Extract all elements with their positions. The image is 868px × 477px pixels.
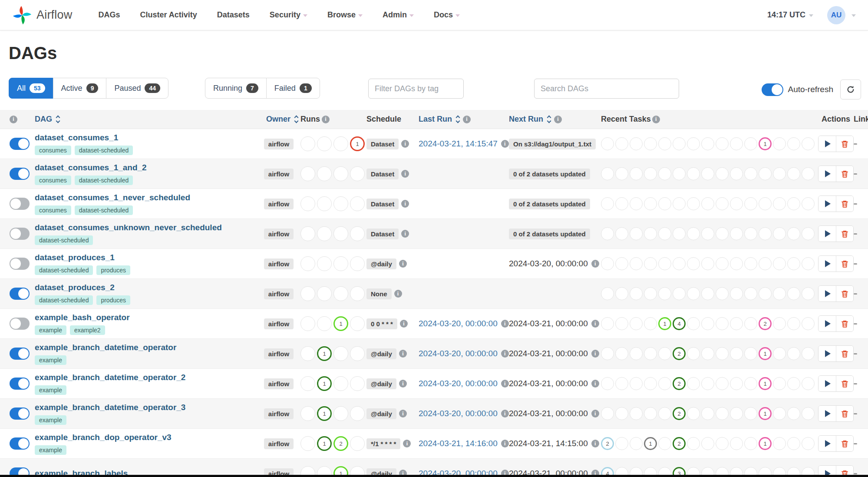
task-state-circle-empty[interactable] <box>701 137 714 150</box>
dag-tag[interactable]: consumes <box>35 146 71 155</box>
owner-badge[interactable]: airflow <box>264 199 294 209</box>
task-state-circle-empty[interactable] <box>787 197 800 210</box>
nav-item-dags[interactable]: DAGs <box>98 10 120 20</box>
task-state-circle-empty[interactable] <box>615 197 628 210</box>
dag-tag[interactable]: example <box>35 415 66 425</box>
task-state-circle-empty[interactable] <box>716 347 729 360</box>
owner-badge[interactable]: airflow <box>264 139 294 149</box>
owner-badge[interactable]: airflow <box>264 288 294 299</box>
delete-dag-button[interactable] <box>836 286 853 301</box>
task-state-circle-empty[interactable] <box>300 196 315 211</box>
task-state-circle-empty[interactable] <box>687 287 700 300</box>
task-state-circle-empty[interactable] <box>630 317 643 330</box>
task-state-circle-empty[interactable] <box>601 287 614 300</box>
dag-name-link[interactable]: dataset_consumes_1_never_scheduled <box>35 193 257 202</box>
dag-tag[interactable]: produces <box>96 265 130 275</box>
task-state-circle-empty[interactable] <box>350 316 365 331</box>
task-state-circle-empty[interactable] <box>615 137 628 150</box>
task-state-circle-empty[interactable] <box>300 346 315 361</box>
dag-tag[interactable]: dataset-scheduled <box>75 205 133 215</box>
task-state-circle-empty[interactable] <box>658 167 671 180</box>
task-state-circle-empty[interactable] <box>744 227 757 240</box>
task-state-circle-empty[interactable] <box>630 197 643 210</box>
delete-dag-button[interactable] <box>836 196 853 212</box>
task-state-circle-empty[interactable] <box>716 257 729 270</box>
task-state-circle-empty[interactable] <box>300 226 315 241</box>
task-state-circle-empty[interactable] <box>350 166 365 181</box>
owner-badge[interactable]: airflow <box>264 258 294 269</box>
task-state-circle-empty[interactable] <box>687 437 700 450</box>
task-state-circle-empty[interactable] <box>630 167 643 180</box>
task-state-circle-empty[interactable] <box>759 227 772 240</box>
task-state-circle-empty[interactable] <box>716 137 729 150</box>
task-state-circle-empty[interactable] <box>787 137 800 150</box>
dag-tag[interactable]: dataset-scheduled <box>35 295 93 305</box>
task-state-circle-empty[interactable] <box>730 407 743 420</box>
task-state-circle-empty[interactable] <box>716 437 729 450</box>
task-state-circle-empty[interactable] <box>601 407 614 420</box>
task-state-circle-empty[interactable] <box>615 407 628 420</box>
task-state-circle-empty[interactable] <box>787 257 800 270</box>
task-state-circle-empty[interactable] <box>658 197 671 210</box>
dag-name-link[interactable]: dataset_produces_2 <box>35 283 257 292</box>
dag-pause-toggle[interactable] <box>10 198 30 210</box>
task-state-circle-empty[interactable] <box>333 166 348 181</box>
task-state-circle-empty[interactable] <box>773 287 786 300</box>
task-state-circle-empty[interactable] <box>601 197 614 210</box>
task-state-circle-empty[interactable] <box>601 227 614 240</box>
delete-dag-button[interactable] <box>836 346 853 361</box>
task-state-circle-empty[interactable] <box>759 167 772 180</box>
task-state-circle-empty[interactable] <box>300 136 315 151</box>
dag-name-link[interactable]: dataset_consumes_unknown_never_scheduled <box>35 223 257 232</box>
task-state-circle-empty[interactable] <box>744 377 757 390</box>
task-state-circle-success[interactable]: 1 <box>317 436 332 451</box>
task-state-circle-empty[interactable] <box>658 257 671 270</box>
task-state-circle-empty[interactable] <box>716 167 729 180</box>
dag-pause-toggle[interactable] <box>10 407 30 420</box>
airflow-brand[interactable]: Airflow <box>12 5 72 25</box>
column-header-last_run[interactable]: Last Runi <box>419 115 509 124</box>
task-state-circle-empty[interactable] <box>630 227 643 240</box>
task-state-circle-empty[interactable] <box>350 436 365 451</box>
task-state-circle-empty[interactable] <box>701 167 714 180</box>
task-state-circle-empty[interactable] <box>744 437 757 450</box>
dag-name-link[interactable]: example_branch_dop_operator_v3 <box>35 433 257 442</box>
task-state-circle-empty[interactable] <box>730 257 743 270</box>
task-state-circle-empty[interactable] <box>687 317 700 330</box>
task-state-circle-queued[interactable]: 1 <box>644 437 657 450</box>
task-state-circle-success[interactable]: 2 <box>673 437 686 450</box>
filter-button-all[interactable]: All53 <box>9 78 53 99</box>
task-state-circle-empty[interactable] <box>730 197 743 210</box>
task-state-circle-empty[interactable] <box>350 346 365 361</box>
dag-name-link[interactable]: dataset_produces_1 <box>35 253 257 262</box>
task-state-circle-empty[interactable] <box>773 347 786 360</box>
task-state-circle-empty[interactable] <box>300 166 315 181</box>
trigger-dag-button[interactable] <box>818 286 836 301</box>
task-state-circle-empty[interactable] <box>759 197 772 210</box>
dag-pause-toggle[interactable] <box>10 318 30 330</box>
task-state-circle-skipped[interactable]: 1 <box>759 437 772 450</box>
task-state-circle-empty[interactable] <box>615 227 628 240</box>
task-state-circle-empty[interactable] <box>802 287 815 300</box>
task-state-circle-empty[interactable] <box>658 377 671 390</box>
task-state-circle-empty[interactable] <box>350 376 365 391</box>
task-state-circle-empty[interactable] <box>333 376 348 391</box>
avatar[interactable]: AU <box>827 6 845 24</box>
task-state-circle-empty[interactable] <box>701 317 714 330</box>
task-state-circle-empty[interactable] <box>716 287 729 300</box>
task-state-circle-empty[interactable] <box>615 257 628 270</box>
task-state-circle-empty[interactable] <box>787 317 800 330</box>
task-state-circle-empty[interactable] <box>730 377 743 390</box>
task-state-circle-empty[interactable] <box>802 257 815 270</box>
task-state-circle-empty[interactable] <box>701 437 714 450</box>
task-state-circle-empty[interactable] <box>687 227 700 240</box>
dag-name-link[interactable]: dataset_consumes_1 <box>35 133 257 142</box>
column-header-next_run[interactable]: Next Runi <box>509 115 601 124</box>
task-state-circle-skipped[interactable]: 1 <box>759 377 772 390</box>
task-state-circle-success[interactable]: 2 <box>673 407 686 420</box>
task-state-circle-empty[interactable] <box>716 317 729 330</box>
task-state-circle-empty[interactable] <box>744 167 757 180</box>
delete-dag-button[interactable] <box>836 436 853 451</box>
delete-dag-button[interactable] <box>836 376 853 391</box>
task-state-circle-empty[interactable] <box>701 257 714 270</box>
